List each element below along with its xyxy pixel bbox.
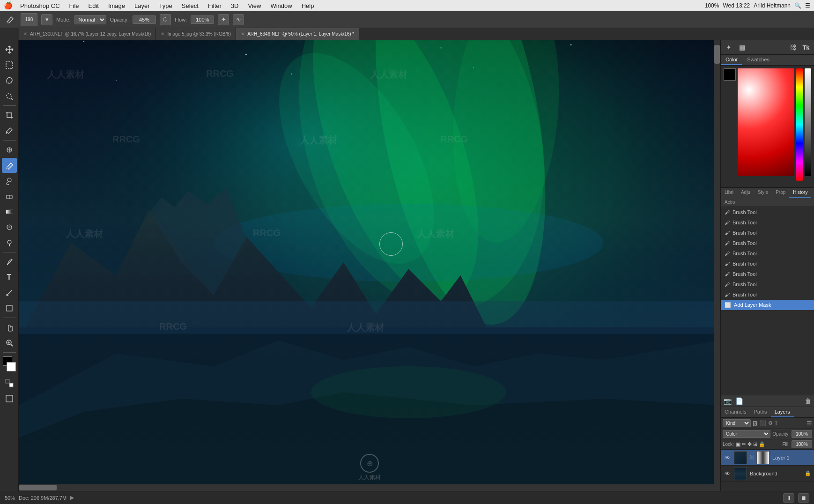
canvas-area[interactable]: 人人素材 RRCG 人人素材 RRCG 人人素材 RRCG 人人素材 RRCG … bbox=[19, 40, 720, 491]
menu-image[interactable]: Image bbox=[104, 1, 129, 10]
layers-tab[interactable]: Layers bbox=[771, 407, 794, 417]
layer-filter-icon-2[interactable]: ⬛ bbox=[760, 420, 766, 426]
screen-mode-btn[interactable] bbox=[2, 391, 17, 406]
menu-type[interactable]: Type bbox=[155, 1, 176, 10]
gradient-tool[interactable] bbox=[2, 204, 17, 219]
panel-icon-star[interactable]: ✦ bbox=[724, 42, 734, 52]
history-item-7[interactable]: 🖌 Brush Tool bbox=[721, 269, 814, 279]
eraser-tool[interactable] bbox=[2, 189, 17, 204]
select-lasso-tool[interactable] bbox=[2, 73, 17, 88]
menu-filter[interactable]: Filter bbox=[204, 1, 225, 10]
pen-tool[interactable] bbox=[2, 254, 17, 269]
history-item-2[interactable]: 🖌 Brush Tool bbox=[721, 217, 814, 228]
zoom-tool[interactable] bbox=[2, 335, 17, 350]
hand-tool[interactable] bbox=[2, 320, 17, 335]
lock-artboard-icon[interactable]: ⊞ bbox=[753, 441, 757, 447]
history-item-10[interactable]: ⬜ Add Layer Mask bbox=[721, 300, 814, 310]
menu-file[interactable]: File bbox=[66, 1, 83, 10]
scroll-bar-h[interactable] bbox=[19, 484, 720, 491]
menu-view[interactable]: View bbox=[244, 1, 265, 10]
tab-arh1300[interactable]: ✕ ARH_1300.NEF @ 16,7% (Layer 12 copy, L… bbox=[19, 28, 156, 40]
hist-tab-adju[interactable]: Adju bbox=[737, 188, 754, 198]
history-snapshot-btn[interactable]: 📷 bbox=[724, 397, 732, 405]
menu-layer[interactable]: Layer bbox=[131, 1, 154, 10]
menu-edit[interactable]: Edit bbox=[85, 1, 103, 10]
brush-tool-icon[interactable] bbox=[4, 13, 17, 26]
lock-paint-icon[interactable]: ✏ bbox=[742, 441, 746, 447]
select-rect-tool[interactable] bbox=[2, 58, 17, 73]
dodge-tool[interactable] bbox=[2, 235, 17, 250]
lock-transparent-icon[interactable]: ▣ bbox=[736, 441, 740, 447]
crop-tool[interactable] bbox=[2, 108, 17, 123]
move-tool[interactable] bbox=[2, 42, 17, 57]
history-delete-btn[interactable]: 🗑 bbox=[805, 397, 811, 405]
status-arrow[interactable]: ▶ bbox=[70, 495, 74, 501]
blend-mode-select[interactable]: Color Normal Multiply bbox=[723, 430, 770, 438]
menu-photoshop[interactable]: Photoshop CC bbox=[16, 1, 64, 10]
layer-filter-icon-4[interactable]: T bbox=[775, 421, 778, 426]
history-item-1[interactable]: 🖌 Brush Tool bbox=[721, 207, 814, 217]
brush-tool[interactable] bbox=[2, 158, 17, 173]
color-tab[interactable]: Color bbox=[721, 55, 742, 65]
tab-close-2[interactable]: ✕ bbox=[161, 31, 164, 37]
flow-input[interactable] bbox=[191, 15, 214, 24]
layer-visibility-bg[interactable]: 👁 bbox=[724, 470, 731, 477]
layer-filter-icon-1[interactable]: 🖼 bbox=[753, 421, 758, 426]
history-new-btn[interactable]: 📄 bbox=[735, 397, 743, 405]
hist-tab-style[interactable]: Style bbox=[754, 188, 772, 198]
foreground-swatch[interactable] bbox=[724, 68, 736, 81]
clone-tool[interactable] bbox=[2, 173, 17, 188]
layer-item-background[interactable]: 👁 Background 🔒 bbox=[721, 466, 814, 482]
paths-tab[interactable]: Paths bbox=[750, 407, 770, 417]
history-item-8[interactable]: 🖌 Brush Tool bbox=[721, 279, 814, 289]
layer-filter-icon-3[interactable]: ⚙ bbox=[768, 420, 773, 426]
opacity-input[interactable] bbox=[133, 15, 156, 24]
blur-tool[interactable] bbox=[2, 220, 17, 235]
status-btn-stop[interactable]: ⏹ bbox=[798, 493, 809, 503]
menu-select[interactable]: Select bbox=[178, 1, 202, 10]
opacity-input-layers[interactable] bbox=[792, 430, 812, 438]
heal-tool[interactable] bbox=[2, 142, 17, 157]
hue-bar[interactable] bbox=[796, 68, 803, 181]
layer-filter-toggle[interactable]: ☰ bbox=[807, 420, 812, 427]
panel-tk-label[interactable]: Tk bbox=[801, 42, 811, 52]
hist-tab-history[interactable]: History bbox=[789, 188, 811, 198]
tab-image5[interactable]: ✕ Image 5.jpg @ 33,3% (RGB/8) bbox=[156, 28, 236, 40]
quick-mask-btn[interactable] bbox=[2, 376, 17, 391]
channels-tab[interactable]: Channels bbox=[721, 407, 750, 417]
lock-move-icon[interactable]: ✥ bbox=[747, 441, 752, 447]
foreground-background-colors[interactable] bbox=[2, 356, 17, 371]
smoothing-btn[interactable]: ∿ bbox=[233, 14, 244, 25]
menu-extra-icon[interactable]: ☰ bbox=[805, 2, 810, 9]
history-item-3[interactable]: 🖌 Brush Tool bbox=[721, 228, 814, 238]
panel-icon-link[interactable]: ⛓ bbox=[788, 42, 798, 52]
color-gradient-picker[interactable] bbox=[738, 68, 794, 176]
quick-select-tool[interactable] bbox=[2, 89, 17, 104]
opacity-icon[interactable]: ⬡ bbox=[160, 14, 171, 25]
lock-all-icon[interactable]: 🔒 bbox=[759, 441, 765, 447]
status-btn-pause[interactable]: ⏸ bbox=[783, 493, 794, 503]
eyedropper-tool[interactable] bbox=[2, 123, 17, 138]
brush-size-display[interactable]: 198 bbox=[21, 13, 37, 26]
path-select-tool[interactable] bbox=[2, 285, 17, 300]
tab-close-1[interactable]: ✕ bbox=[23, 31, 27, 37]
layer-kind-select[interactable]: Kind bbox=[723, 419, 751, 427]
tab-close-3[interactable]: ✕ bbox=[241, 31, 244, 37]
history-item-6[interactable]: 🖌 Brush Tool bbox=[721, 259, 814, 269]
search-icon[interactable]: 🔍 bbox=[794, 2, 801, 9]
layer-visibility-1[interactable]: 👁 bbox=[724, 454, 731, 461]
tab-arh8346[interactable]: ✕ ARH_8346.NEF @ 50% (Layer 1, Layer Mas… bbox=[236, 28, 359, 40]
text-tool[interactable]: T bbox=[2, 270, 17, 285]
layer-item-1[interactable]: 👁 ⛓ Layer 1 bbox=[721, 450, 814, 466]
menu-3d[interactable]: 3D bbox=[227, 1, 243, 10]
brightness-bar[interactable] bbox=[805, 68, 811, 176]
apple-menu[interactable]: 🍎 bbox=[4, 1, 13, 10]
swatches-tab[interactable]: Swatches bbox=[742, 55, 774, 65]
history-item-9[interactable]: 🖌 Brush Tool bbox=[721, 289, 814, 300]
hist-tab-prop[interactable]: Prop bbox=[772, 188, 789, 198]
history-item-5[interactable]: 🖌 Brush Tool bbox=[721, 248, 814, 259]
background-color[interactable] bbox=[7, 362, 16, 371]
airbrush-btn[interactable]: ✦ bbox=[218, 14, 229, 25]
hist-tab-actio[interactable]: Actio bbox=[721, 198, 739, 207]
scroll-bar-v[interactable] bbox=[714, 40, 720, 491]
